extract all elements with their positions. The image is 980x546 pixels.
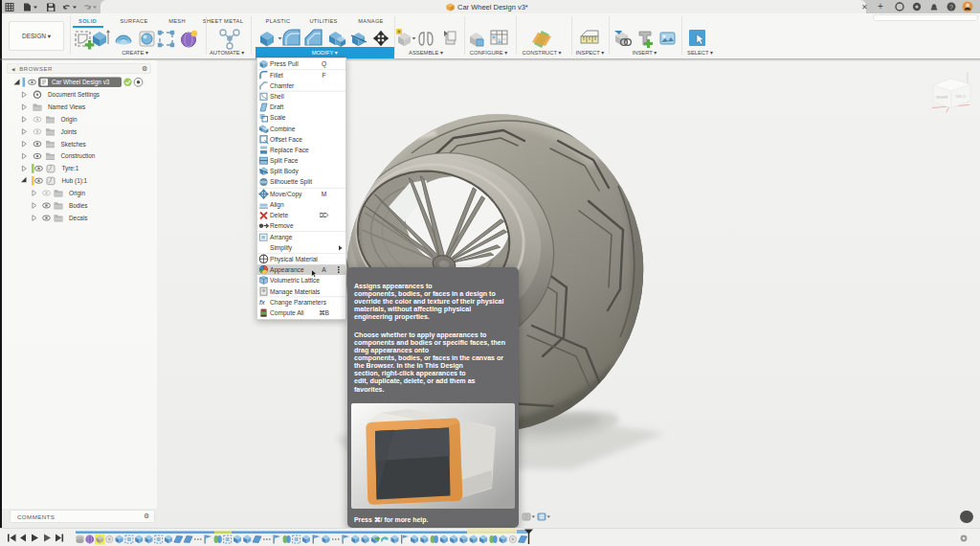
svg-text:Simplify: Simplify: [270, 244, 293, 252]
svg-text:Replace Face: Replace Face: [270, 147, 309, 154]
svg-text:Move/Copy: Move/Copy: [270, 191, 302, 198]
svg-text:Delete: Delete: [270, 212, 288, 218]
svg-text:Named Views: Named Views: [48, 103, 85, 110]
svg-text:Appearance: Appearance: [270, 266, 304, 274]
svg-text:Draft: Draft: [270, 103, 283, 110]
svg-text:Car Wheel Design v3: Car Wheel Design v3: [52, 79, 110, 86]
svg-text:Joints: Joints: [61, 128, 78, 135]
svg-text:A: A: [322, 266, 326, 273]
svg-text:Shell: Shell: [270, 93, 284, 100]
svg-text:Fillet: Fillet: [270, 72, 283, 79]
svg-text:Align: Align: [270, 201, 284, 209]
svg-text:fx: fx: [259, 298, 265, 307]
svg-text:⌘B: ⌘B: [319, 309, 330, 316]
svg-text:Origin: Origin: [61, 116, 78, 124]
svg-text:Physical Material: Physical Material: [270, 256, 318, 263]
svg-text:Bodies: Bodies: [69, 202, 88, 209]
svg-text:Press Pull: Press Pull: [270, 60, 299, 67]
svg-text:Silhouette Split: Silhouette Split: [270, 178, 312, 186]
svg-text:?: ?: [949, 4, 953, 11]
svg-text:Compute All: Compute All: [270, 309, 304, 317]
svg-text:⌦: ⌦: [320, 212, 329, 218]
svg-text:Tyre:1: Tyre:1: [62, 165, 79, 172]
svg-text:RIGHT: RIGHT: [936, 95, 948, 100]
svg-text:Remove: Remove: [270, 222, 294, 229]
svg-text:Sketches: Sketches: [61, 141, 86, 148]
svg-text:Document Settings: Document Settings: [48, 91, 100, 99]
svg-text:Construction: Construction: [61, 152, 96, 159]
svg-text:Hub (1):1: Hub (1):1: [62, 177, 88, 185]
svg-text:Decals: Decals: [69, 215, 88, 221]
svg-text:Scale: Scale: [270, 114, 286, 121]
svg-text:BACK: BACK: [956, 94, 967, 99]
svg-text:Arrange: Arrange: [270, 234, 293, 241]
svg-text:Split Face: Split Face: [270, 157, 299, 165]
svg-text:M: M: [322, 191, 327, 197]
svg-text:Origin: Origin: [69, 190, 85, 197]
svg-text:Offset Face: Offset Face: [270, 136, 302, 143]
svg-text:Change Parameters: Change Parameters: [270, 299, 327, 307]
svg-text:Q: Q: [322, 60, 326, 68]
svg-text:Volumetric Lattice: Volumetric Lattice: [270, 277, 320, 284]
svg-text:Split Body: Split Body: [270, 168, 299, 175]
svg-text:F: F: [322, 72, 325, 79]
svg-text:Manage Materials: Manage Materials: [270, 288, 321, 296]
svg-text:Chamfer: Chamfer: [270, 82, 295, 89]
svg-text:Combine: Combine: [270, 125, 296, 132]
